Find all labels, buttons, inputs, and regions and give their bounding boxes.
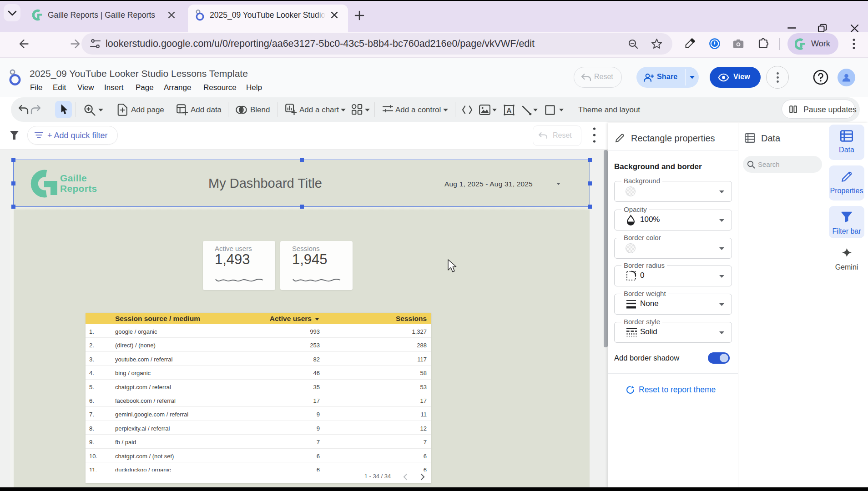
svg-text:A: A: [507, 106, 512, 114]
